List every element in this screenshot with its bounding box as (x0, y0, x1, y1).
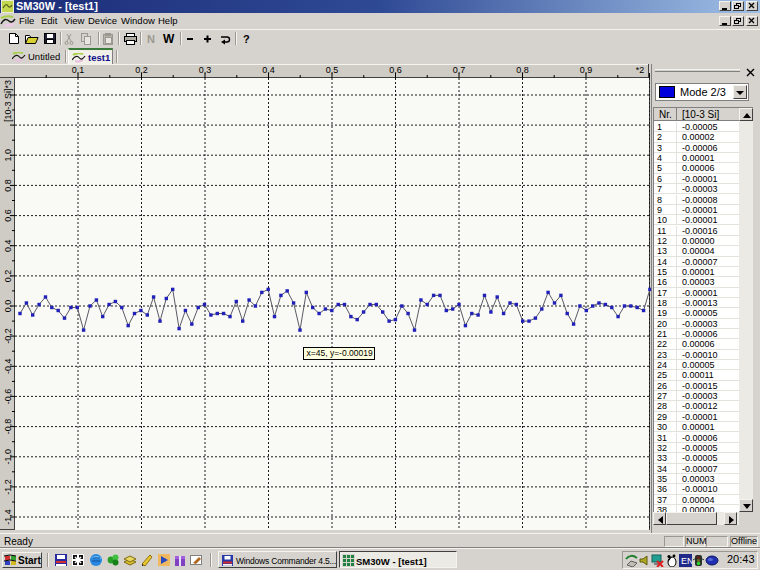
svg-text:0,6: 0,6 (389, 65, 402, 75)
svg-text:?: ? (243, 33, 250, 45)
svg-text:N: N (147, 33, 155, 45)
svg-text:x=45, y=-0.00019: x=45, y=-0.00019 (307, 348, 373, 358)
svg-text:-0,4: -0,4 (3, 359, 13, 375)
svg-text:0,7: 0,7 (453, 65, 466, 75)
svg-text:0,6: 0,6 (3, 209, 13, 222)
svg-text:[10-3 Si]*3: [10-3 Si]*3 (3, 80, 13, 122)
svg-text:0,5: 0,5 (326, 65, 339, 75)
svg-text:*2: *2 (636, 65, 645, 75)
svg-text:0,1: 0,1 (72, 65, 85, 75)
svg-text:EN: EN (681, 556, 692, 566)
svg-text:-0,8: -0,8 (3, 419, 13, 435)
svg-text:0,0: 0,0 (3, 300, 13, 313)
svg-text:1,0: 1,0 (3, 149, 13, 162)
svg-text:0,2: 0,2 (135, 65, 148, 75)
svg-text:-1,4: -1,4 (3, 509, 13, 525)
svg-text:W: W (163, 32, 175, 46)
svg-text:-1,0: -1,0 (3, 449, 13, 465)
svg-text:0,3: 0,3 (199, 65, 212, 75)
svg-text:0,8: 0,8 (3, 179, 13, 192)
svg-text:-0,2: -0,2 (3, 328, 13, 344)
svg-text:-1,2: -1,2 (3, 479, 13, 495)
svg-text:0,4: 0,4 (262, 65, 275, 75)
svg-text:0,4: 0,4 (3, 239, 13, 252)
svg-text:-0,6: -0,6 (3, 389, 13, 405)
svg-text:0,9: 0,9 (580, 65, 593, 75)
svg-text:0,2: 0,2 (3, 270, 13, 283)
svg-text:0,8: 0,8 (516, 65, 529, 75)
